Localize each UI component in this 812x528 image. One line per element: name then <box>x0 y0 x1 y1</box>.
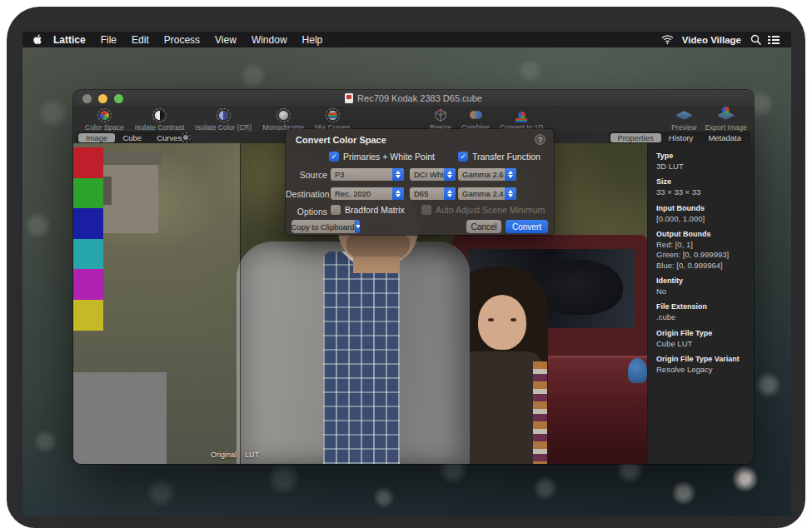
menu-file[interactable]: File <box>93 34 124 46</box>
stepper-icon <box>505 187 516 200</box>
photo-girl-top <box>458 351 543 464</box>
close-button[interactable] <box>82 94 92 103</box>
lut-label: LUT <box>245 451 259 459</box>
toolbar-mix-curves[interactable]: Mix Curves <box>315 108 351 132</box>
traffic-lights <box>82 94 123 103</box>
tab-metadata[interactable]: Metadata <box>700 133 749 142</box>
preview-icon <box>675 108 692 122</box>
swatch-blue <box>73 208 103 239</box>
toolbar-monochrome[interactable]: Monochrome <box>262 108 304 132</box>
swatch-red <box>73 147 103 178</box>
photo-gray-card <box>73 372 167 464</box>
options-label: Options <box>286 207 327 217</box>
help-button[interactable]: ? <box>535 134 545 145</box>
menu-app[interactable]: Lattice <box>46 34 93 46</box>
destination-whitepoint-popup[interactable]: D65 <box>410 187 456 200</box>
swatch-yellow <box>73 300 103 331</box>
destination-gamma-popup[interactable]: Gamma 2.4 <box>458 187 516 200</box>
photo-truck-gear <box>540 260 623 315</box>
isolate-contrast-icon <box>152 108 167 122</box>
copy-to-clipboard-button[interactable]: Copy to Clipboard <box>291 220 360 233</box>
menu-view[interactable]: View <box>207 34 244 46</box>
toolbar-resize[interactable]: Resize <box>430 108 451 132</box>
export-image-icon <box>718 108 735 122</box>
copy-dropdown-icon[interactable] <box>355 220 360 233</box>
panel-tabs: Properties History Metadata <box>609 132 751 144</box>
menu-edit[interactable]: Edit <box>124 34 157 46</box>
toolbar-combine[interactable]: Combine <box>461 108 490 132</box>
compare-toggle-icon[interactable] <box>181 132 191 142</box>
source-whitepoint-popup[interactable]: DCI White <box>410 168 456 181</box>
prop-size: Size 33 × 33 × 33 <box>656 177 745 197</box>
menu-process[interactable]: Process <box>157 34 207 46</box>
prop-origin-variant: Origin File Type Variant Resolve Legacy <box>656 355 745 375</box>
prop-output-bounds: Output Bounds Red: [0, 1] Green: [0, 0.9… <box>656 230 745 271</box>
bradford-checkbox[interactable] <box>331 205 341 215</box>
bradford-checkbox-group: Bradford Matrix <box>331 205 405 215</box>
source-gamma-popup[interactable]: Gamma 2.6 <box>458 168 516 181</box>
screenshot-canvas: Lattice File Edit Process View Window He… <box>0 0 812 528</box>
prop-identity: Identity No <box>656 276 745 296</box>
document-icon <box>345 93 353 103</box>
tab-cube[interactable]: Cube <box>115 133 149 142</box>
photo-man-neck <box>353 257 400 273</box>
source-primaries-popup[interactable]: P3 <box>331 168 404 181</box>
window-title-group: Rec709 Kodak 2383 D65.cube <box>345 93 482 103</box>
primaries-checkbox[interactable]: ✓ <box>329 152 339 162</box>
window-title: Rec709 Kodak 2383 D65.cube <box>357 93 482 103</box>
transfer-checkbox[interactable]: ✓ <box>458 152 468 162</box>
tab-properties[interactable]: Properties <box>610 133 661 142</box>
search-icon[interactable] <box>748 33 763 47</box>
destination-primaries-popup[interactable]: Rec. 2020 <box>331 187 404 200</box>
photo-girl-cardigan <box>533 361 547 464</box>
convert-button[interactable]: Convert <box>506 220 548 233</box>
toolbar-preview[interactable]: Preview <box>671 108 696 132</box>
stepper-icon <box>444 168 456 181</box>
resize-icon <box>432 108 449 122</box>
prop-type: Type 3D LUT <box>656 152 745 172</box>
mix-curves-icon <box>326 108 340 122</box>
apple-menu-icon[interactable] <box>31 33 46 47</box>
original-label: Original <box>188 451 237 459</box>
photo-girl-face <box>478 295 526 350</box>
primaries-checkbox-group: ✓ Primaries + White Point <box>329 152 435 162</box>
wifi-network-name[interactable]: Video Village <box>679 35 745 45</box>
zoom-button[interactable] <box>114 94 123 103</box>
photo-truck-blue-item <box>628 358 647 383</box>
toolbar-group-left: Color Space Isolate Contrast Isolate Col… <box>85 108 350 132</box>
menu-bar-status: Video Village <box>660 33 791 47</box>
menu-help[interactable]: Help <box>295 34 331 46</box>
toolbar-export-image[interactable]: Export Image <box>705 108 747 132</box>
cancel-button[interactable]: Cancel <box>466 220 501 233</box>
auto-adjust-checkbox-group: Auto Adjust Scene Minimum <box>421 205 545 215</box>
toolbar-isolate-color[interactable]: Isolate Color (CR) <box>195 108 252 132</box>
toolbar-convert-1d[interactable]: Convert to 1D <box>500 108 543 132</box>
menu-bar: Lattice File Edit Process View Window He… <box>22 32 791 47</box>
dialog-title: Convert Color Space <box>296 135 386 145</box>
prop-input-bounds: Input Bounds [0.000, 1.000] <box>656 204 745 224</box>
original-lut-divider[interactable] <box>240 143 241 464</box>
notification-list-icon[interactable] <box>766 33 781 47</box>
bradford-label: Bradford Matrix <box>345 205 405 215</box>
combine-icon <box>467 108 484 122</box>
tab-history[interactable]: History <box>661 133 701 142</box>
prop-origin-file-type: Origin File Type Cube LUT <box>656 329 745 349</box>
convert-to-1d-icon <box>513 108 530 122</box>
properties-panel: Type 3D LUT Size 33 × 33 × 33 Input Boun… <box>647 143 754 464</box>
toolbar-color-space[interactable]: Color Space <box>85 108 124 132</box>
wifi-icon[interactable] <box>660 33 675 47</box>
auto-adjust-label: Auto Adjust Scene Minimum <box>436 205 545 215</box>
menu-window[interactable]: Window <box>244 34 295 46</box>
monochrome-icon <box>276 108 291 122</box>
destination-label: Destination <box>286 189 327 199</box>
minimize-button[interactable] <box>98 94 107 103</box>
title-bar: Rec709 Kodak 2383 D65.cube <box>73 90 754 107</box>
color-space-icon <box>97 108 112 122</box>
toolbar-isolate-contrast[interactable]: Isolate Contrast <box>135 108 185 132</box>
menu-bar-left: Lattice File Edit Process View Window He… <box>22 33 330 47</box>
transfer-checkbox-group: ✓ Transfer Function <box>458 152 541 162</box>
tab-image[interactable]: Image <box>78 133 115 142</box>
auto-adjust-checkbox <box>421 205 431 215</box>
color-swatch-column <box>73 147 103 331</box>
toolbar-group-middle: Resize Combine Convert to 1D <box>430 108 543 132</box>
